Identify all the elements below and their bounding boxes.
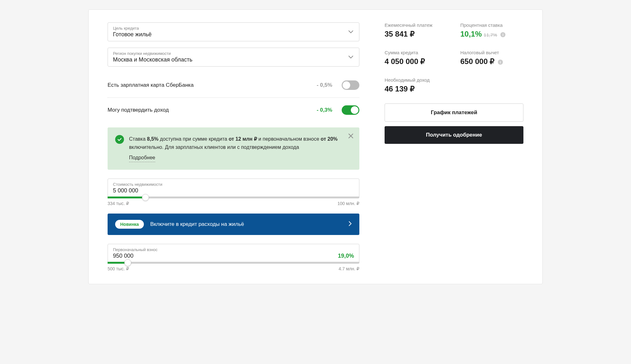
monthly-payment-value: 35 841 ₽ xyxy=(385,30,448,38)
confirm-income-row: Могу подтвердить доход - 0,3% xyxy=(108,98,359,122)
required-income-block: Необходимый доход 46 139 ₽ xyxy=(385,77,448,93)
close-icon[interactable] xyxy=(348,133,354,140)
promo-text: Включите в кредит расходы на жильё xyxy=(150,221,342,227)
region-label: Регион покупки недвижимости xyxy=(113,51,343,56)
property-price-range: 334 тыс. ₽ 100 млн. ₽ xyxy=(108,201,359,206)
banner-more-link[interactable]: Подробнее xyxy=(129,154,155,162)
down-min: 500 тыс. ₽ xyxy=(108,266,129,271)
property-price-label: Стоимость недвижимости xyxy=(113,182,354,187)
salary-card-label: Есть зарплатная карта СберБанка xyxy=(108,82,317,88)
salary-card-row: Есть зарплатная карта СберБанка - 0,5% xyxy=(108,73,359,98)
down-payment-label: Первоначальный взнос xyxy=(113,247,354,252)
payment-schedule-button[interactable]: График платежей xyxy=(385,103,523,122)
loan-amount-block: Сумма кредита 4 050 000 ₽ xyxy=(385,50,448,66)
region-value: Москва и Московская область xyxy=(113,56,343,63)
chevron-right-icon xyxy=(349,221,352,227)
tax-deduction-block: Налоговый вычет 650 000 ₽ i xyxy=(460,50,523,66)
down-payment-percent: 19,0% xyxy=(338,253,354,259)
down-payment-value: 950 000 xyxy=(113,253,133,259)
salary-card-toggle[interactable] xyxy=(342,80,359,90)
info-icon[interactable]: i xyxy=(500,32,505,37)
confirm-income-discount: - 0,3% xyxy=(317,107,332,113)
required-income-value: 46 139 ₽ xyxy=(385,85,448,93)
monthly-payment-block: Ежемесячный платеж 35 841 ₽ xyxy=(385,22,448,38)
price-max: 100 млн. ₽ xyxy=(337,201,359,206)
region-select[interactable]: Регион покупки недвижимости Москва и Мос… xyxy=(108,48,359,67)
confirm-income-toggle[interactable] xyxy=(342,105,359,115)
monthly-payment-label: Ежемесячный платеж xyxy=(385,22,448,28)
banner-text: Ставка 8,5% доступна при сумме кредита о… xyxy=(129,135,344,162)
interest-rate-label: Процентная ставка xyxy=(460,22,523,28)
interest-rate-block: Процентная ставка 10,1%11,7% i xyxy=(460,22,523,38)
loan-purpose-value: Готовое жильё xyxy=(113,31,343,38)
interest-rate-value: 10,1%11,7% i xyxy=(460,30,523,38)
chevron-down-icon xyxy=(348,54,353,60)
info-icon[interactable]: i xyxy=(498,60,503,65)
down-payment-slider[interactable] xyxy=(108,262,359,264)
rate-info-banner: Ставка 8,5% доступна при сумме кредита о… xyxy=(108,127,359,170)
loan-amount-value: 4 050 000 ₽ xyxy=(385,57,448,66)
loan-purpose-select[interactable]: Цель кредита Готовое жильё xyxy=(108,22,359,41)
slider-thumb[interactable] xyxy=(124,259,131,266)
property-price-slider[interactable] xyxy=(108,197,359,198)
interest-rate-old: 11,7% xyxy=(484,32,497,38)
down-payment-input[interactable]: Первоначальный взнос 950 000 19,0% xyxy=(108,244,359,263)
check-circle-icon xyxy=(115,135,124,144)
loan-purpose-label: Цель кредита xyxy=(113,26,343,31)
chevron-down-icon xyxy=(348,29,353,35)
loan-amount-label: Сумма кредита xyxy=(385,50,448,55)
slider-fill xyxy=(108,197,145,198)
confirm-income-label: Могу подтвердить доход xyxy=(108,107,317,113)
promo-banner[interactable]: Новинка Включите в кредит расходы на жил… xyxy=(108,214,359,235)
get-approval-button[interactable]: Получить одобрение xyxy=(385,126,523,144)
down-payment-range: 500 тыс. ₽ 4.7 млн. ₽ xyxy=(108,266,359,271)
tax-deduction-label: Налоговый вычет xyxy=(460,50,523,55)
property-price-value: 5 000 000 xyxy=(113,187,354,194)
salary-card-discount: - 0,5% xyxy=(317,82,332,88)
tax-deduction-value: 650 000 ₽ i xyxy=(460,57,523,66)
down-max: 4.7 млн. ₽ xyxy=(339,266,359,271)
promo-badge: Новинка xyxy=(115,220,144,229)
required-income-label: Необходимый доход xyxy=(385,77,448,83)
price-min: 334 тыс. ₽ xyxy=(108,201,129,206)
slider-thumb[interactable] xyxy=(142,194,149,201)
